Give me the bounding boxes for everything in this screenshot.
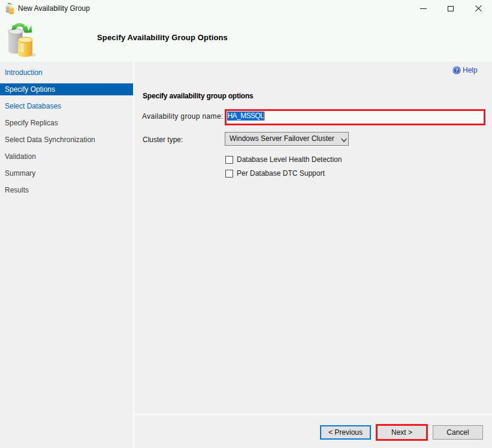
svg-text:?: ?: [455, 67, 458, 73]
